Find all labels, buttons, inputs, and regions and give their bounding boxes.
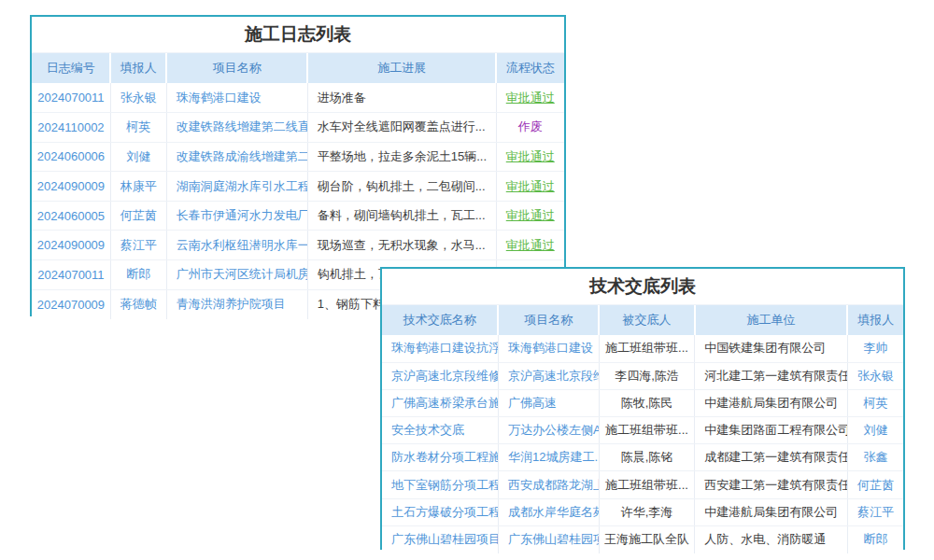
log-project-link[interactable]: 珠海鹤港口建设 bbox=[166, 83, 307, 113]
disclosure-project-link[interactable]: 珠海鹤港口建设 bbox=[498, 335, 599, 362]
log-table-row[interactable]: 2024060005 何芷茵 长春市伊通河水力发电厂... 备料，砌间墙钩机排土… bbox=[32, 201, 564, 231]
log-id-link[interactable]: 2024090009 bbox=[32, 172, 110, 202]
log-table-row[interactable]: 2024060006 刘健 改建铁路成渝线增建第二... 平整场地，拉走多余泥土… bbox=[32, 142, 564, 172]
disclosure-project-link[interactable]: 广佛高速 bbox=[498, 389, 599, 416]
disclosure-table-body: 珠海鹤港口建设抗浮... 珠海鹤港口建设 施工班组带班... 中国铁建集团有限公… bbox=[382, 335, 903, 553]
log-table-row[interactable]: 2024110002 柯英 改建铁路线增建第二线直... 水车对全线遮阳网覆盖点… bbox=[32, 113, 564, 143]
disclosure-reporter-cell[interactable]: 蔡江平 bbox=[847, 498, 903, 525]
log-reporter-cell[interactable]: 蔡江平 bbox=[110, 231, 166, 260]
disclosure-briefed-cell: 陈牧,陈民 bbox=[599, 389, 695, 416]
log-id-link[interactable]: 2024060006 bbox=[32, 142, 110, 172]
disclosure-unit-cell: 中建港航局集团有限公司 bbox=[695, 498, 847, 525]
disclosure-name-link[interactable]: 珠海鹤港口建设抗浮... bbox=[382, 335, 498, 362]
disclosure-project-link[interactable]: 万达办公楼左侧A... bbox=[498, 417, 599, 444]
disclosure-briefed-cell: 许华,李海 bbox=[599, 498, 695, 525]
log-progress-cell: 进场准备 bbox=[307, 83, 496, 113]
log-project-link[interactable]: 长春市伊通河水力发电厂... bbox=[166, 201, 307, 231]
disclosure-col-header-briefed: 被交底人 bbox=[599, 305, 695, 335]
disclosure-name-link[interactable]: 土石方爆破分项工程... bbox=[382, 498, 498, 525]
log-col-header-reporter: 填报人 bbox=[110, 53, 166, 83]
log-status-badge[interactable]: 作废 bbox=[496, 113, 564, 143]
disclosure-reporter-cell[interactable]: 断郎 bbox=[847, 525, 903, 553]
log-project-link[interactable]: 青海洪湖养护院项目 bbox=[166, 289, 307, 319]
disclosure-briefed-cell: 李四海,陈浩 bbox=[599, 362, 695, 389]
disclosure-briefed-cell: 陈晨,陈铭 bbox=[599, 444, 695, 471]
technical-disclosure-table: 技术交底名称 项目名称 被交底人 施工单位 填报人 珠海鹤港口建设抗浮... 珠… bbox=[382, 305, 903, 553]
log-status-badge[interactable]: 审批通过 bbox=[496, 83, 564, 113]
disclosure-name-link[interactable]: 广东佛山碧桂园项目... bbox=[382, 525, 498, 553]
log-progress-cell: 备料，砌间墙钩机排土，瓦工... bbox=[307, 201, 496, 231]
log-reporter-cell[interactable]: 林康平 bbox=[110, 172, 166, 202]
log-reporter-cell[interactable]: 张永银 bbox=[110, 83, 166, 113]
disclosure-name-link[interactable]: 安全技术交底 bbox=[382, 417, 498, 444]
log-reporter-cell[interactable]: 刘健 bbox=[110, 142, 166, 172]
log-id-link[interactable]: 2024070011 bbox=[32, 83, 110, 113]
log-id-link[interactable]: 2024110002 bbox=[32, 113, 110, 143]
disclosure-col-header-name: 技术交底名称 bbox=[382, 305, 498, 335]
log-project-link[interactable]: 广州市天河区统计局机房... bbox=[166, 260, 307, 290]
log-progress-cell: 平整场地，拉走多余泥土15辆... bbox=[307, 142, 496, 172]
log-status-badge[interactable]: 审批通过 bbox=[496, 231, 564, 260]
disclosure-unit-cell: 河北建工第一建筑有限责任公司 bbox=[695, 362, 847, 389]
disclosure-briefed-cell: 王海施工队全队 bbox=[599, 525, 695, 553]
log-reporter-cell[interactable]: 蒋德帧 bbox=[110, 289, 166, 319]
log-project-link[interactable]: 改建铁路线增建第二线直... bbox=[166, 113, 307, 143]
disclosure-briefed-cell: 施工班组带班... bbox=[599, 471, 695, 498]
log-id-link[interactable]: 2024070009 bbox=[32, 289, 110, 319]
log-status-badge[interactable]: 审批通过 bbox=[496, 201, 564, 231]
disclosure-name-link[interactable]: 地下室钢筋分项工程... bbox=[382, 471, 498, 498]
log-table-row[interactable]: 2024090009 蔡江平 云南水利枢纽潜明水库一... 现场巡查，无积水现象… bbox=[32, 231, 564, 260]
disclosure-project-link[interactable]: 华润12城房建工... bbox=[498, 444, 599, 471]
disclosure-table-row[interactable]: 广东佛山碧桂园项目... 广东佛山碧桂园项目 王海施工队全队 人防、水电、消防暖… bbox=[382, 525, 903, 553]
disclosure-project-link[interactable]: 西安成都路龙湖上... bbox=[498, 471, 599, 498]
disclosure-reporter-cell[interactable]: 张永银 bbox=[847, 362, 903, 389]
disclosure-unit-cell: 中建港航局集团有限公司 bbox=[695, 389, 847, 416]
disclosure-name-link[interactable]: 京沪高速北京段维修... bbox=[382, 362, 498, 389]
log-project-link[interactable]: 湖南洞庭湖水库引水工程... bbox=[166, 172, 307, 202]
disclosure-unit-cell: 西安建工第一建筑有限责任公司 bbox=[695, 471, 847, 498]
disclosure-reporter-cell[interactable]: 李帅 bbox=[847, 335, 903, 362]
disclosure-table-row[interactable]: 安全技术交底 万达办公楼左侧A... 施工班组带班... 中建集团路面工程有限公… bbox=[382, 417, 903, 444]
technical-disclosure-title: 技术交底列表 bbox=[382, 269, 903, 305]
log-col-header-status: 流程状态 bbox=[496, 53, 564, 83]
disclosure-reporter-cell[interactable]: 刘健 bbox=[847, 417, 903, 444]
disclosure-table-row[interactable]: 广佛高速桥梁承台施... 广佛高速 陈牧,陈民 中建港航局集团有限公司 柯英 bbox=[382, 389, 903, 416]
disclosure-table-row[interactable]: 地下室钢筋分项工程... 西安成都路龙湖上... 施工班组带班... 西安建工第… bbox=[382, 471, 903, 498]
disclosure-name-link[interactable]: 防水卷材分项工程施... bbox=[382, 444, 498, 471]
disclosure-name-link[interactable]: 广佛高速桥梁承台施... bbox=[382, 389, 498, 416]
disclosure-table-row[interactable]: 京沪高速北京段维修... 京沪高速北京段维修 李四海,陈浩 河北建工第一建筑有限… bbox=[382, 362, 903, 389]
disclosure-project-link[interactable]: 京沪高速北京段维修 bbox=[498, 362, 599, 389]
log-reporter-cell[interactable]: 柯英 bbox=[110, 113, 166, 143]
log-status-badge[interactable]: 审批通过 bbox=[496, 142, 564, 172]
disclosure-table-row[interactable]: 珠海鹤港口建设抗浮... 珠海鹤港口建设 施工班组带班... 中国铁建集团有限公… bbox=[382, 335, 903, 362]
log-id-link[interactable]: 2024090009 bbox=[32, 231, 110, 260]
disclosure-briefed-cell: 施工班组带班... bbox=[599, 335, 695, 362]
disclosure-reporter-cell[interactable]: 何芷茵 bbox=[847, 471, 903, 498]
disclosure-briefed-cell: 施工班组带班... bbox=[599, 417, 695, 444]
log-table-row[interactable]: 2024090009 林康平 湖南洞庭湖水库引水工程... 砌台阶，钩机排土，二… bbox=[32, 172, 564, 202]
log-progress-cell: 现场巡查，无积水现象，水马... bbox=[307, 231, 496, 260]
disclosure-col-header-project: 项目名称 bbox=[498, 305, 599, 335]
disclosure-unit-cell: 中建集团路面工程有限公司 bbox=[695, 417, 847, 444]
log-project-link[interactable]: 改建铁路成渝线增建第二... bbox=[166, 142, 307, 172]
log-reporter-cell[interactable]: 断郎 bbox=[110, 260, 166, 290]
disclosure-unit-cell: 中国铁建集团有限公司 bbox=[695, 335, 847, 362]
disclosure-col-header-unit: 施工单位 bbox=[695, 305, 847, 335]
log-reporter-cell[interactable]: 何芷茵 bbox=[110, 201, 166, 231]
log-header-row: 日志编号 填报人 项目名称 施工进展 流程状态 bbox=[32, 53, 564, 83]
disclosure-project-link[interactable]: 成都水岸华庭名苑... bbox=[498, 498, 599, 525]
disclosure-reporter-cell[interactable]: 张鑫 bbox=[847, 444, 903, 471]
log-id-link[interactable]: 2024060005 bbox=[32, 201, 110, 231]
disclosure-unit-cell: 人防、水电、消防暖通 bbox=[695, 525, 847, 553]
log-status-badge[interactable]: 审批通过 bbox=[496, 172, 564, 202]
log-id-link[interactable]: 2024070011 bbox=[32, 260, 110, 290]
disclosure-unit-cell: 成都建工第一建筑有限责任公司 bbox=[695, 444, 847, 471]
disclosure-table-row[interactable]: 土石方爆破分项工程... 成都水岸华庭名苑... 许华,李海 中建港航局集团有限… bbox=[382, 498, 903, 525]
log-project-link[interactable]: 云南水利枢纽潜明水库一... bbox=[166, 231, 307, 260]
disclosure-table-row[interactable]: 防水卷材分项工程施... 华润12城房建工... 陈晨,陈铭 成都建工第一建筑有… bbox=[382, 444, 903, 471]
log-table-row[interactable]: 2024070011 张永银 珠海鹤港口建设 进场准备 审批通过 bbox=[32, 83, 564, 113]
disclosure-reporter-cell[interactable]: 柯英 bbox=[847, 389, 903, 416]
disclosure-col-header-reporter: 填报人 bbox=[847, 305, 903, 335]
log-progress-cell: 水车对全线遮阳网覆盖点进行... bbox=[307, 113, 496, 143]
disclosure-project-link[interactable]: 广东佛山碧桂园项目 bbox=[498, 525, 599, 553]
